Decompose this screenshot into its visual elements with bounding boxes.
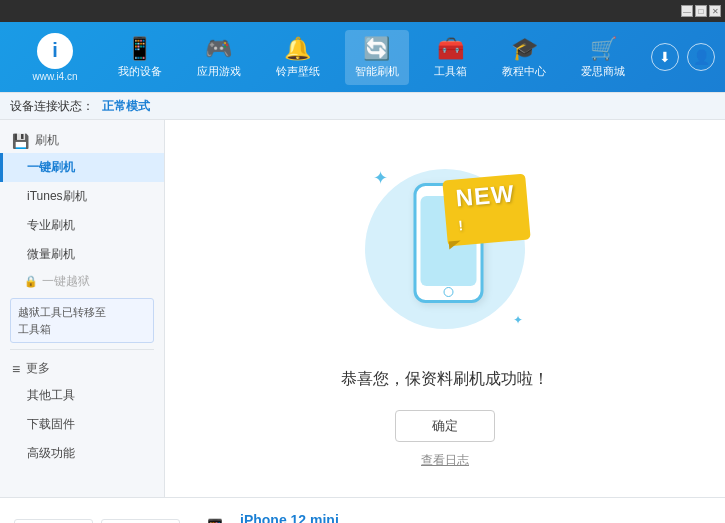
logo-area: i www.i4.cn [10,33,100,82]
more-section-label: 更多 [26,360,50,377]
sidebar-section-more: ≡ 更多 [0,356,164,381]
new-text: NEW [455,179,516,211]
minimize-button[interactable]: — [681,5,693,17]
confirm-button[interactable]: 确定 [395,410,495,442]
new-badge: NEW ! [445,177,525,232]
sidebar-locked-jailbreak: 🔒 一键越狱 [0,269,164,294]
my-device-icon: 📱 [126,36,153,62]
checkboxes-row: 自动跳过 跳过向导 [14,519,180,523]
nav-ringtone[interactable]: 🔔 铃声壁纸 [266,30,330,85]
device-phone-icon: 📱 [200,518,230,524]
user-button[interactable]: 👤 [687,43,715,71]
sidebar-notice-box: 越狱工具已转移至工具箱 [10,298,154,343]
advanced-label: 高级功能 [27,446,75,460]
nav-my-device[interactable]: 📱 我的设备 [108,30,172,85]
close-button[interactable]: ✕ [709,5,721,17]
device-info-row: 📱 iPhone 12 mini 64GB Down-12mini-13,1 [200,512,339,524]
status-value: 正常模式 [102,98,150,115]
ringtone-label: 铃声壁纸 [276,64,320,79]
status-label: 设备连接状态： [10,98,94,115]
sidebar-item-download-firmware[interactable]: 下载固件 [0,410,164,439]
window-controls: — □ ✕ [681,5,721,17]
itunes-flash-label: iTunes刷机 [27,189,87,203]
nav-toolbox[interactable]: 🧰 工具箱 [424,30,477,85]
flash-section-label: 刷机 [35,132,59,149]
sidebar-item-itunes-flash[interactable]: iTunes刷机 [0,182,164,211]
download-firmware-label: 下载固件 [27,417,75,431]
more-section-icon: ≡ [12,361,20,377]
my-device-label: 我的设备 [118,64,162,79]
logo-website: www.i4.cn [32,71,77,82]
locked-label: 一键越狱 [42,273,90,290]
maximize-button[interactable]: □ [695,5,707,17]
sparkle-left: ✦ [373,167,388,189]
lock-icon: 🔒 [24,275,38,288]
flash-section-icon: 💾 [12,133,29,149]
content-area: ✦ ✦ ✦ NEW ! 恭喜您，保资料刷机成功啦！ [165,120,725,497]
sidebar: 💾 刷机 一键刷机 iTunes刷机 专业刷机 微量刷机 🔒 一键越狱 越狱工具… [0,120,165,497]
success-message: 恭喜您，保资料刷机成功啦！ [341,369,549,390]
success-illustration: ✦ ✦ ✦ NEW ! [345,149,545,349]
tutorial-label: 教程中心 [502,64,546,79]
new-exclamation: ! [458,217,465,233]
main-container: 💾 刷机 一键刷机 iTunes刷机 专业刷机 微量刷机 🔒 一键越狱 越狱工具… [0,120,725,497]
download-button[interactable]: ⬇ [651,43,679,71]
logo-icon: i [37,33,73,69]
micro-flash-label: 微量刷机 [27,247,75,261]
header-right: ⬇ 👤 [651,43,715,71]
new-badge-text: NEW ! [442,173,530,246]
cancel-link[interactable]: 查看日志 [421,452,469,469]
sidebar-item-micro-flash[interactable]: 微量刷机 [0,240,164,269]
toolbox-icon: 🧰 [437,36,464,62]
notice-text: 越狱工具已转移至工具箱 [18,306,106,335]
device-info: iPhone 12 mini 64GB Down-12mini-13,1 [240,512,339,524]
toolbox-label: 工具箱 [434,64,467,79]
smart-flash-label: 智能刷机 [355,64,399,79]
apps-games-label: 应用游戏 [197,64,241,79]
sidebar-item-pro-flash[interactable]: 专业刷机 [0,211,164,240]
auto-jump-checkbox[interactable]: 自动跳过 [14,519,93,523]
device-name: iPhone 12 mini [240,512,339,524]
skip-wizard-checkbox[interactable]: 跳过向导 [101,519,180,523]
sidebar-divider [10,349,154,350]
sidebar-section-flash: 💾 刷机 [0,128,164,153]
sidebar-item-other-tools[interactable]: 其他工具 [0,381,164,410]
sidebar-item-one-click-flash[interactable]: 一键刷机 [0,153,164,182]
store-icon: 🛒 [590,36,617,62]
ringtone-icon: 🔔 [284,36,311,62]
store-label: 爱思商城 [581,64,625,79]
banner-tail [449,240,462,249]
logo-letter: i [52,39,58,62]
sparkle-right: ✦ [513,313,523,327]
one-click-flash-label: 一键刷机 [27,160,75,174]
smart-flash-icon: 🔄 [363,36,390,62]
other-tools-label: 其他工具 [27,388,75,402]
status-bar: 设备连接状态： 正常模式 [0,92,725,120]
nav-store[interactable]: 🛒 爱思商城 [571,30,635,85]
nav-items: 📱 我的设备 🎮 应用游戏 🔔 铃声壁纸 🔄 智能刷机 🧰 工具箱 🎓 教程中心… [100,30,643,85]
apps-games-icon: 🎮 [205,36,232,62]
device-bar: 自动跳过 跳过向导 📱 iPhone 12 mini 64GB Down-12m… [0,497,725,523]
nav-smart-flash[interactable]: 🔄 智能刷机 [345,30,409,85]
header: i www.i4.cn 📱 我的设备 🎮 应用游戏 🔔 铃声壁纸 🔄 智能刷机 … [0,22,725,92]
title-bar: — □ ✕ [0,0,725,22]
nav-tutorial[interactable]: 🎓 教程中心 [492,30,556,85]
nav-apps-games[interactable]: 🎮 应用游戏 [187,30,251,85]
sidebar-item-advanced[interactable]: 高级功能 [0,439,164,468]
tutorial-icon: 🎓 [511,36,538,62]
pro-flash-label: 专业刷机 [27,218,75,232]
phone-home-btn [444,287,454,297]
